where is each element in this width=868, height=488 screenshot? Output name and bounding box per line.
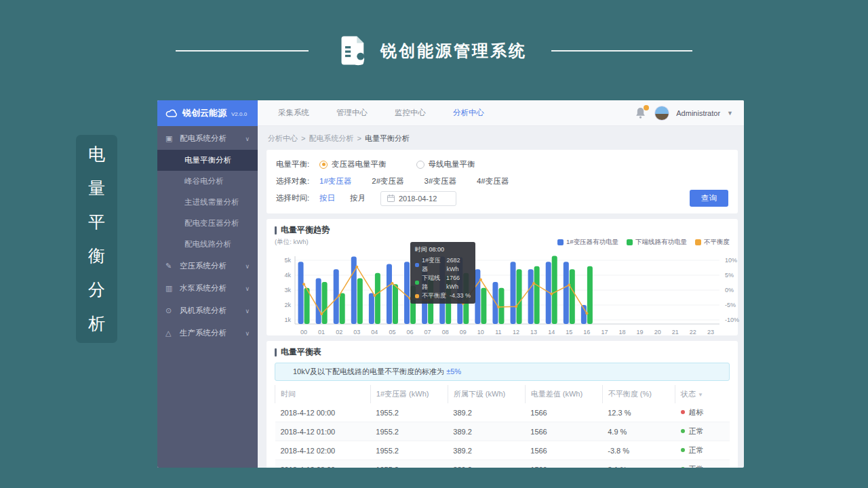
nav-item-管理中心[interactable]: 管理中心 — [336, 108, 368, 118]
tooltip-value: 1766 kWh — [446, 274, 471, 291]
cell-transformer: 1955.2 — [370, 403, 448, 422]
notification-button[interactable] — [635, 107, 648, 119]
chart-title: 电量平衡趋势 — [275, 224, 730, 236]
sidebar-item-配电变压器分析[interactable]: 配电变压器分析 — [157, 213, 258, 234]
page-title: 锐创能源管理系统 — [380, 40, 527, 62]
chart-tooltip: 时间 08:00 1#变压器2682 kWh下端线路1766 kWh不平衡度-4… — [410, 242, 475, 304]
balance-trend-chart[interactable]: 5k4k3k2k1k10%5%0%-5%-10%0001020304050607… — [275, 247, 744, 339]
notification-badge — [644, 105, 649, 110]
sidebar-group-水泵系统分析[interactable]: ▥水泵系统分析∨ — [157, 277, 258, 300]
cell-transformer: 1955.2 — [370, 422, 448, 441]
cell-transformer: 1955.2 — [370, 460, 448, 468]
cell-status: 超标 — [675, 403, 730, 422]
sidebar-item-峰谷电分析[interactable]: 峰谷电分析 — [157, 171, 258, 192]
breadcrumb-item[interactable]: 配电系统分析 — [309, 134, 353, 142]
object-option-4#变压器[interactable]: 4#变压器 — [477, 176, 509, 186]
column-header-状态[interactable]: 状态▼ — [675, 385, 730, 403]
sidebar-group-生产系统分析[interactable]: △生产系统分析∨ — [157, 322, 258, 344]
cell-time: 2018-4-12 02:00 — [275, 441, 371, 460]
nav-item-分析中心[interactable]: 分析中心 — [453, 108, 484, 118]
sidebar-item-电量平衡分析[interactable]: 电量平衡分析 — [157, 150, 258, 171]
svg-text:23: 23 — [707, 329, 714, 336]
breadcrumb-separator: > — [301, 134, 305, 142]
svg-text:12: 12 — [513, 329, 519, 336]
chevron-down-icon[interactable]: ▼ — [727, 110, 733, 117]
svg-text:-5%: -5% — [725, 302, 736, 308]
column-header-1#变压器 (kWh): 1#变压器 (kWh) — [370, 385, 448, 403]
svg-text:0%: 0% — [725, 287, 734, 293]
standard-notice: 10kV及以下配电线路的电量不平衡度的标准为 ±5% — [275, 363, 730, 381]
sidebar-group-风机系统分析[interactable]: ⊙风机系统分析∨ — [157, 300, 258, 322]
breadcrumb-item[interactable]: 分析中心 — [268, 134, 298, 142]
nav-item-监控中心[interactable]: 监控中心 — [395, 108, 426, 118]
svg-text:02: 02 — [336, 329, 342, 336]
tooltip-series-dot — [415, 263, 419, 267]
date-input[interactable]: 2018-04-12 — [380, 191, 456, 206]
topbar-right-section: 采集系统管理中心监控中心分析中心 Administrator ▼ — [258, 100, 744, 126]
object-option-2#变压器[interactable]: 2#变压器 — [372, 176, 403, 186]
nav-item-采集系统[interactable]: 采集系统 — [278, 108, 309, 118]
time-mode-group: 按日按月 — [319, 193, 380, 203]
cell-downstream: 389.2 — [448, 460, 525, 468]
time-mode-按日[interactable]: 按日 — [319, 193, 335, 203]
svg-text:20: 20 — [654, 329, 661, 336]
sidebar-group-label: 风机系统分析 — [180, 306, 226, 316]
cell-diff: 1566 — [525, 403, 602, 422]
tooltip-row: 不平衡度-4.33 % — [415, 291, 471, 300]
tooltip-series-dot — [415, 294, 419, 298]
cell-diff: 1566 — [525, 460, 602, 468]
chevron-down-icon: ∨ — [245, 136, 250, 142]
header-rule-right — [551, 50, 692, 52]
edit-icon: ✎ — [165, 262, 174, 270]
table-row: 2018-4-12 02:001955.2389.21566-3.8 %正常 — [275, 441, 730, 460]
column-header-电量差值 (kWh): 电量差值 (kWh) — [525, 385, 602, 403]
svg-text:10: 10 — [477, 329, 484, 336]
status-badge: 正常 — [689, 446, 704, 454]
sidebar-item-主进线需量分析[interactable]: 主进线需量分析 — [157, 192, 258, 213]
radio-label: 母线电量平衡 — [429, 159, 475, 169]
svg-text:14: 14 — [548, 329, 555, 336]
svg-text:00: 00 — [300, 329, 307, 336]
sidebar-item-配电线路分析[interactable]: 配电线路分析 — [157, 234, 258, 255]
content-area: 分析中心>配电系统分析>电量平衡分析 电量平衡: 变压器电量平衡母线电量平衡 选… — [258, 126, 744, 468]
table-panel: 电量平衡表 10kV及以下配电线路的电量不平衡度的标准为 ±5% 时间1#变压器… — [267, 341, 738, 468]
svg-text:2k: 2k — [284, 302, 291, 308]
balance-radio-group: 变压器电量平衡母线电量平衡 — [319, 159, 505, 169]
sidebar-group-空压系统分析[interactable]: ✎空压系统分析∨ — [157, 255, 258, 277]
app-window: 锐创云能源 V2.0.0 采集系统管理中心监控中心分析中心 Administra… — [157, 100, 744, 468]
cell-status: 正常 — [675, 422, 730, 441]
svg-text:17: 17 — [601, 329, 608, 336]
app-version: V2.0.0 — [231, 111, 247, 117]
cell-time: 2018-4-12 00:00 — [275, 403, 371, 422]
header-rule-left — [176, 50, 309, 52]
tooltip-label: 不平衡度 — [422, 291, 446, 300]
vertical-label-char: 量 — [88, 180, 105, 197]
time-mode-按月[interactable]: 按月 — [350, 193, 366, 203]
legend-item-1#变压器有功电量[interactable]: 1#变压器有功电量 — [557, 238, 618, 247]
cell-downstream: 389.2 — [448, 422, 525, 441]
legend-item-不平衡度[interactable]: 不平衡度 — [695, 238, 730, 247]
object-option-3#变压器[interactable]: 3#变压器 — [425, 176, 456, 186]
table-row: 2018-4-12 03:001955.2389.215663.1 %正常 — [275, 460, 730, 468]
query-button[interactable]: 查询 — [690, 190, 728, 207]
legend-label: 下端线路有功电量 — [635, 238, 687, 247]
legend-item-下端线路有功电量[interactable]: 下端线路有功电量 — [627, 238, 687, 247]
cell-diff: 1566 — [525, 422, 602, 441]
svg-text:21: 21 — [672, 329, 679, 336]
svg-text:19: 19 — [637, 329, 644, 336]
radio-option-母线电量平衡[interactable]: 母线电量平衡 — [416, 159, 475, 169]
main-nav: 采集系统管理中心监控中心分析中心 — [258, 108, 484, 118]
radio-option-变压器电量平衡[interactable]: 变压器电量平衡 — [319, 159, 387, 169]
chart-unit-label: (单位: kWh) — [275, 238, 309, 247]
radio-selected-icon — [319, 161, 328, 169]
svg-text:11: 11 — [495, 329, 501, 336]
svg-text:18: 18 — [619, 329, 626, 336]
sidebar-group-配电系统分析[interactable]: ▣配电系统分析∨ — [157, 127, 258, 150]
filter-caret-icon[interactable]: ▼ — [698, 392, 703, 398]
svg-text:05: 05 — [389, 329, 395, 336]
svg-text:01: 01 — [318, 329, 325, 336]
avatar[interactable] — [654, 106, 669, 121]
date-value: 2018-04-12 — [399, 195, 437, 203]
calendar-icon — [387, 195, 395, 202]
object-option-1#变压器[interactable]: 1#变压器 — [319, 176, 351, 186]
